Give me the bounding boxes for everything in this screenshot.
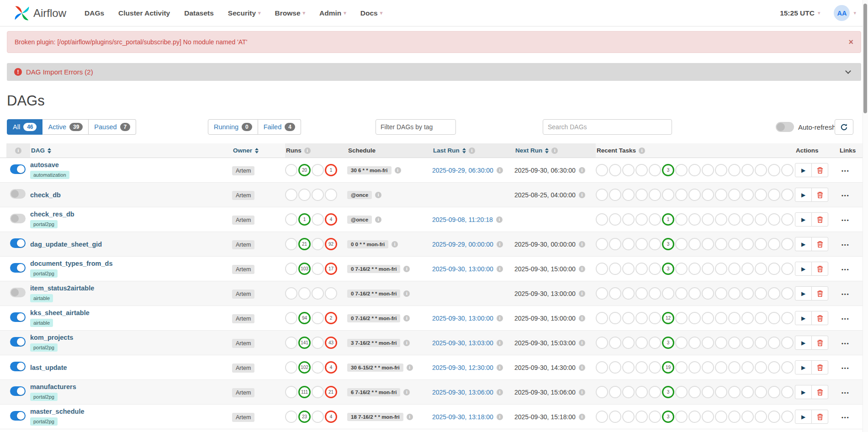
- recent-task-circle[interactable]: [715, 287, 727, 300]
- recent-task-circle[interactable]: [596, 263, 608, 275]
- column-header-dag[interactable]: DAG: [30, 143, 232, 158]
- delete-dag-button[interactable]: [811, 163, 828, 177]
- recent-task-circle[interactable]: [622, 312, 635, 324]
- scrollbar-thumb[interactable]: [863, 4, 867, 113]
- recent-task-circle[interactable]: [768, 213, 780, 226]
- nav-item-admin[interactable]: Admin▾: [319, 9, 346, 17]
- dag-link[interactable]: autosave: [30, 161, 232, 169]
- search-dags-input[interactable]: [543, 119, 672, 135]
- recent-task-circle[interactable]: [622, 287, 635, 300]
- recent-task-circle[interactable]: [675, 238, 688, 250]
- recent-task-circle[interactable]: [675, 337, 688, 349]
- recent-task-circle[interactable]: [649, 213, 661, 226]
- tab-active[interactable]: Active39: [42, 119, 89, 135]
- close-icon[interactable]: ×: [848, 38, 853, 46]
- dag-links-menu[interactable]: •••: [842, 242, 850, 248]
- last-run-link[interactable]: 2025-09-08, 11:20:18: [432, 216, 493, 223]
- recent-task-circle[interactable]: [675, 213, 688, 226]
- last-run-link[interactable]: 2025-09-30, 12:30:00: [432, 364, 493, 371]
- last-run-link[interactable]: 2025-09-29, 06:30:00: [432, 167, 493, 174]
- recent-task-circle[interactable]: [635, 164, 648, 176]
- recent-task-circle[interactable]: [635, 213, 648, 226]
- recent-task-circle[interactable]: [741, 238, 754, 250]
- recent-task-circle[interactable]: [635, 238, 648, 250]
- recent-task-circle[interactable]: [635, 386, 648, 398]
- recent-task-circle[interactable]: [728, 287, 741, 300]
- recent-task-circle[interactable]: [702, 337, 714, 349]
- recent-task-circle[interactable]: [768, 386, 780, 398]
- recent-task-circle[interactable]: [609, 213, 621, 226]
- dag-links-menu[interactable]: •••: [842, 193, 850, 198]
- recent-task-circle[interactable]: [688, 238, 701, 250]
- run-status-queued-circle[interactable]: [285, 312, 297, 324]
- recent-task-circle[interactable]: [728, 386, 741, 398]
- recent-task-circle[interactable]: [702, 361, 714, 374]
- dag-pause-toggle[interactable]: [10, 362, 26, 371]
- dag-links-menu[interactable]: •••: [842, 415, 850, 420]
- run-status-running-circle[interactable]: [312, 164, 324, 176]
- recent-task-circle[interactable]: [635, 361, 648, 374]
- dag-pause-toggle[interactable]: [10, 288, 26, 297]
- recent-task-circle[interactable]: [755, 213, 767, 226]
- recent-task-circle[interactable]: [688, 386, 701, 398]
- recent-task-circle[interactable]: [609, 312, 621, 324]
- recent-task-circle[interactable]: [741, 213, 754, 226]
- last-run-link[interactable]: 2025-09-30, 13:18:00: [432, 413, 493, 421]
- recent-task-circle[interactable]: [702, 213, 714, 226]
- recent-task-circle[interactable]: [702, 189, 714, 201]
- nav-item-browse[interactable]: Browse▾: [275, 9, 306, 17]
- trigger-dag-button[interactable]: ▶: [795, 360, 812, 374]
- dag-link[interactable]: check_db: [30, 191, 232, 199]
- run-status-queued-circle[interactable]: [285, 337, 297, 349]
- recent-task-circle[interactable]: [741, 164, 754, 176]
- recent-task-circle[interactable]: [781, 263, 794, 275]
- run-status-queued-circle[interactable]: [285, 263, 297, 275]
- recent-task-circle[interactable]: [702, 386, 714, 398]
- trigger-dag-button[interactable]: ▶: [795, 311, 812, 325]
- delete-dag-button[interactable]: [811, 360, 828, 374]
- recent-task-circle[interactable]: [781, 386, 794, 398]
- dag-links-menu[interactable]: •••: [842, 291, 850, 297]
- recent-task-circle[interactable]: [609, 189, 621, 201]
- recent-task-circle[interactable]: [715, 238, 727, 250]
- recent-task-circle[interactable]: [622, 337, 635, 349]
- recent-task-circle[interactable]: [688, 263, 701, 275]
- recent-task-circle[interactable]: [662, 189, 674, 201]
- recent-task-circle[interactable]: [649, 287, 661, 300]
- trigger-dag-button[interactable]: ▶: [795, 188, 812, 202]
- run-status-running-circle[interactable]: [312, 411, 324, 423]
- column-header-next-run[interactable]: Next Run i: [514, 143, 596, 158]
- recent-task-circle[interactable]: [728, 189, 741, 201]
- recent-task-circle[interactable]: [702, 287, 714, 300]
- run-status-failed-circle[interactable]: 21: [325, 386, 337, 398]
- recent-task-circle[interactable]: [755, 337, 767, 349]
- nav-item-datasets[interactable]: Datasets: [184, 9, 214, 17]
- recent-task-circle[interactable]: [635, 337, 648, 349]
- dag-pause-toggle[interactable]: [10, 189, 26, 199]
- recent-task-circle[interactable]: [781, 164, 794, 176]
- recent-task-circle[interactable]: [688, 213, 701, 226]
- dag-tag-badge[interactable]: portal2pg: [30, 417, 58, 426]
- recent-task-circle[interactable]: [596, 287, 608, 300]
- recent-task-circle[interactable]: [702, 263, 714, 275]
- dag-tag-badge[interactable]: automatization: [30, 171, 69, 179]
- nav-item-security[interactable]: Security▾: [228, 9, 261, 17]
- recent-task-circle[interactable]: [622, 263, 635, 275]
- recent-task-circle-success[interactable]: 3: [662, 263, 674, 275]
- recent-task-circle[interactable]: [622, 189, 635, 201]
- run-status-queued-circle[interactable]: [285, 386, 297, 398]
- scrollbar-track[interactable]: [863, 0, 868, 432]
- run-status-success-circle[interactable]: 141: [298, 337, 311, 349]
- recent-task-circle[interactable]: [688, 312, 701, 324]
- last-run-link[interactable]: 2025-09-30, 13:00:00: [432, 265, 493, 273]
- run-status-success-circle[interactable]: 94: [298, 312, 311, 324]
- recent-task-circle[interactable]: [609, 386, 621, 398]
- recent-task-circle[interactable]: [755, 189, 767, 201]
- recent-task-circle[interactable]: [675, 287, 688, 300]
- recent-task-circle[interactable]: [715, 213, 727, 226]
- run-status-queued-circle[interactable]: [285, 361, 297, 374]
- recent-task-circle[interactable]: [768, 337, 780, 349]
- run-status-success-circle[interactable]: 102: [298, 361, 311, 374]
- recent-task-circle-success[interactable]: 3: [662, 238, 674, 250]
- delete-dag-button[interactable]: [811, 385, 828, 399]
